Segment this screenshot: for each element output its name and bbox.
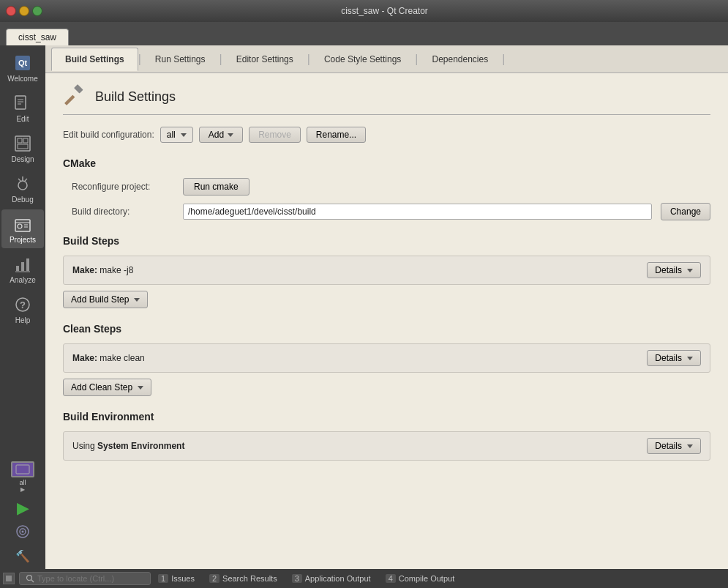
debug-icon — [12, 174, 33, 194]
tab-code-style-settings[interactable]: Code Style Settings — [310, 48, 415, 71]
device-arrow: ▶ — [20, 486, 25, 493]
app-output-tab-label: Application Output — [305, 574, 371, 583]
build-env-section: Build Environment Using System Environme… — [63, 411, 710, 461]
sidebar-item-welcome-label: Welcome — [7, 75, 38, 83]
content-area: Build Settings | Run Settings | Editor S… — [45, 45, 728, 569]
sidebar-item-analyze[interactable]: Analyze — [1, 250, 44, 289]
nav-tab-bar: Build Settings | Run Settings | Editor S… — [45, 45, 728, 73]
svg-rect-30 — [6, 576, 12, 581]
deploy-button[interactable] — [12, 521, 34, 546]
tab-editor-settings[interactable]: Editor Settings — [222, 48, 307, 71]
svg-rect-7 — [18, 138, 22, 143]
title-bar: cisst_saw - Qt Creator — [0, 0, 728, 22]
clean-step-details-button[interactable]: Details — [647, 350, 701, 366]
build-step-bold-label: Make: — [72, 265, 97, 275]
svg-point-27 — [22, 531, 24, 533]
env-details-button[interactable]: Details — [647, 438, 701, 454]
main-layout: Qt Welcome Edit — [0, 45, 728, 569]
minimize-button[interactable] — [19, 6, 29, 16]
add-clean-step-arrow — [138, 386, 143, 390]
status-tab-compile-output[interactable]: 4Compile Output — [378, 572, 462, 585]
device-selector[interactable]: all ▶ — [1, 458, 44, 496]
change-button[interactable]: Change — [661, 203, 710, 220]
add-build-step-button[interactable]: Add Build Step — [63, 291, 148, 308]
svg-rect-9 — [18, 144, 28, 149]
svg-text:Qt: Qt — [18, 59, 28, 67]
edit-icon — [12, 93, 33, 113]
svg-rect-29 — [64, 95, 75, 105]
add-clean-step-button[interactable]: Add Clean Step — [63, 379, 151, 396]
build-step-label: Make: make -j8 — [72, 265, 133, 275]
sidebar-item-help-label: Help — [15, 316, 31, 324]
run-button[interactable]: ▶ — [14, 496, 32, 521]
status-search-box[interactable] — [19, 572, 151, 585]
analyze-icon — [12, 254, 33, 275]
sidebar-item-edit[interactable]: Edit — [1, 89, 44, 127]
window-controls[interactable] — [6, 6, 42, 16]
sidebar-item-help[interactable]: ? Help — [1, 290, 44, 329]
svg-point-10 — [18, 181, 27, 190]
tab-build-settings[interactable]: Build Settings — [51, 48, 138, 71]
remove-config-button[interactable]: Remove — [249, 127, 301, 143]
issues-tab-label: Issues — [171, 574, 195, 583]
build-dir-label: Build directory: — [72, 206, 174, 217]
help-icon: ? — [12, 294, 33, 315]
env-row: Using System Environment Details — [63, 431, 710, 461]
close-button[interactable] — [6, 6, 16, 16]
document-tab-bar: cisst_saw — [0, 22, 728, 45]
clean-step-row: Make: make clean Details — [63, 343, 710, 373]
svg-text:?: ? — [20, 299, 26, 310]
sidebar-item-debug[interactable]: Debug — [1, 169, 44, 208]
issues-tab-num: 1 — [158, 574, 168, 583]
compile-output-tab-num: 4 — [386, 574, 396, 583]
status-tab-app-output[interactable]: 3Application Output — [285, 572, 378, 585]
config-select[interactable]: all — [160, 127, 193, 143]
build-step-row: Make: make -j8 Details — [63, 256, 710, 285]
clean-details-arrow — [687, 357, 693, 360]
page-content: Build Settings Edit build configuration:… — [45, 73, 728, 569]
svg-rect-19 — [21, 262, 24, 271]
window-title: cisst_saw - Qt Creator — [47, 6, 722, 16]
document-tab-cisst-saw[interactable]: cisst_saw — [6, 29, 69, 45]
device-screen-icon — [11, 461, 34, 477]
tab-dependencies[interactable]: Dependencies — [418, 48, 502, 71]
rename-config-button[interactable]: Rename... — [307, 127, 366, 143]
svg-rect-8 — [23, 138, 28, 143]
clean-steps-section: Clean Steps Make: make clean Details Add… — [63, 323, 710, 396]
status-tab-search-results[interactable]: 2Search Results — [202, 572, 285, 585]
search-results-tab-num: 2 — [209, 574, 219, 583]
clean-step-label: Make: make clean — [72, 353, 145, 363]
config-dropdown-arrow — [181, 133, 187, 137]
design-icon — [12, 133, 33, 154]
build-step-details-button[interactable]: Details — [647, 262, 701, 278]
build-button[interactable]: 🔨 — [12, 546, 33, 566]
config-row: Edit build configuration: all Add Remove… — [63, 127, 710, 143]
status-tabs: 1Issues 2Search Results 3Application Out… — [151, 572, 725, 585]
reconfigure-row: Reconfigure project: Run cmake — [63, 178, 710, 196]
svg-line-32 — [31, 580, 34, 582]
svg-rect-18 — [16, 266, 19, 271]
search-icon — [26, 574, 34, 583]
sidebar-item-projects[interactable]: Projects — [1, 209, 44, 248]
svg-rect-24 — [16, 465, 29, 474]
sidebar-item-design-label: Design — [11, 155, 34, 163]
build-dir-input[interactable] — [183, 204, 652, 220]
status-stop-button[interactable] — [3, 573, 15, 584]
status-bar: 1Issues 2Search Results 3Application Out… — [0, 569, 728, 588]
build-settings-icon — [63, 85, 86, 108]
env-value: System Environment — [97, 441, 184, 451]
sidebar-item-welcome[interactable]: Qt Welcome — [1, 48, 44, 87]
status-tab-issues[interactable]: 1Issues — [151, 572, 202, 585]
tab-run-settings[interactable]: Run Settings — [141, 48, 219, 71]
build-env-header: Build Environment — [63, 411, 710, 423]
svg-rect-2 — [15, 96, 26, 109]
run-cmake-button[interactable]: Run cmake — [183, 178, 249, 196]
build-steps-section: Build Steps Make: make -j8 Details Add B… — [63, 235, 710, 308]
maximize-button[interactable] — [32, 6, 42, 16]
clean-steps-header: Clean Steps — [63, 323, 710, 335]
add-config-button[interactable]: Add — [199, 127, 243, 143]
build-step-value: make -j8 — [100, 265, 133, 275]
sidebar-item-design[interactable]: Design — [1, 129, 44, 168]
config-value: all — [167, 130, 176, 140]
locate-input[interactable] — [37, 574, 140, 583]
